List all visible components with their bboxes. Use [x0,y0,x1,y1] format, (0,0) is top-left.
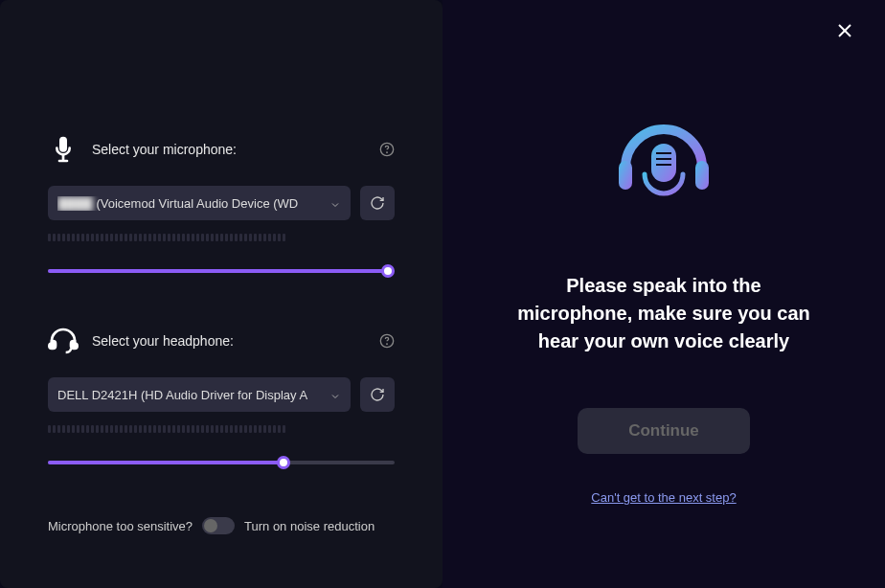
close-button[interactable] [833,19,856,42]
microphone-volume-slider[interactable] [48,264,395,278]
headphone-level-meter [48,425,395,433]
instruction-text: Please speak into the microphone, make s… [442,272,885,355]
microphone-level-meter [48,234,395,241]
headphone-label: Select your headphone: [92,333,379,349]
svg-rect-8 [651,144,676,182]
microphone-icon [48,134,79,165]
noise-question: Microphone too sensitive? [48,519,193,533]
help-link[interactable]: Can't get to the next step? [591,490,736,505]
headphone-refresh-button[interactable] [360,377,395,412]
microphone-section: Select your microphone: ████ (Voicemod V… [48,134,395,278]
microphone-refresh-button[interactable] [360,186,395,220]
microphone-device-blurred: ████ [57,196,93,211]
help-icon[interactable] [379,142,395,157]
headphone-volume-slider[interactable] [48,456,395,469]
continue-button[interactable]: Continue [578,408,750,454]
instruction-panel: Please speak into the microphone, make s… [442,0,885,588]
headset-mic-icon [601,105,726,234]
headphone-dropdown[interactable]: DELL D2421H (HD Audio Driver for Display… [48,377,351,412]
headphone-icon [48,326,79,356]
noise-reduction-toggle[interactable] [202,517,235,534]
svg-point-1 [387,152,388,153]
help-icon[interactable] [379,333,395,349]
microphone-dropdown[interactable]: ████ (Voicemod Virtual Audio Device (WD [48,186,351,220]
headphone-device: DELL D2421H (HD Audio Driver for Display… [57,388,324,402]
noise-reduction-row: Microphone too sensitive? Turn on noise … [48,517,395,534]
microphone-device-visible: (Voicemod Virtual Audio Device (WD [96,196,298,211]
chevron-down-icon [329,197,341,209]
svg-rect-7 [695,161,709,190]
chevron-down-icon [329,389,341,400]
headphone-section: Select your headphone: DELL D2421H (HD A… [48,326,395,469]
svg-rect-6 [619,161,632,190]
microphone-label: Select your microphone: [92,142,379,157]
noise-action: Turn on noise reduction [244,519,374,533]
svg-point-3 [387,344,388,345]
settings-panel: Select your microphone: ████ (Voicemod V… [0,0,442,588]
